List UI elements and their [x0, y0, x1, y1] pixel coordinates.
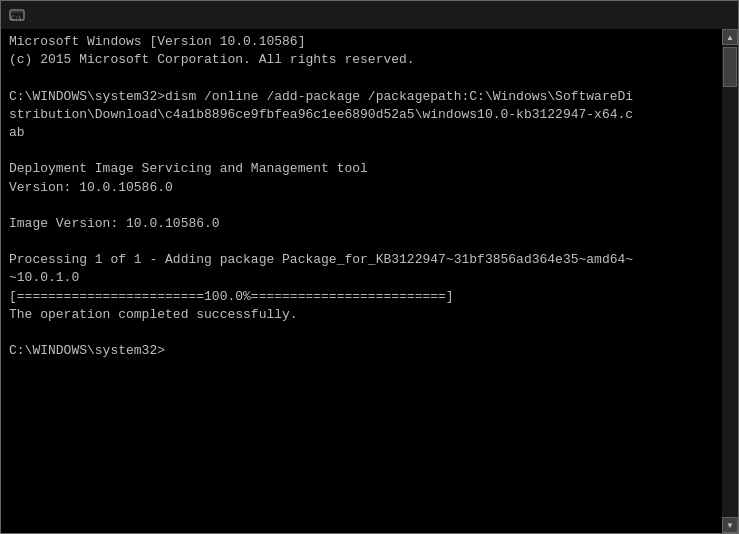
scroll-down-button[interactable]: ▼ — [722, 517, 738, 533]
console-output[interactable]: Microsoft Windows [Version 10.0.10586] (… — [1, 29, 722, 533]
window-icon: C:\ — [9, 7, 25, 23]
svg-text:C:\: C:\ — [11, 14, 22, 21]
title-bar-controls — [592, 1, 730, 29]
svg-rect-1 — [11, 11, 23, 13]
scrollbar[interactable]: ▲ ▼ — [722, 29, 738, 533]
console-area: Microsoft Windows [Version 10.0.10586] (… — [1, 29, 738, 533]
maximize-button[interactable] — [638, 1, 684, 29]
scrollbar-thumb[interactable] — [723, 47, 737, 87]
title-bar: C:\ — [1, 1, 738, 29]
scroll-up-button[interactable]: ▲ — [722, 29, 738, 45]
close-button[interactable] — [684, 1, 730, 29]
scrollbar-track[interactable] — [722, 45, 738, 517]
minimize-button[interactable] — [592, 1, 638, 29]
cmd-window: C:\ Microsoft Windows [Version 10.0.1058… — [0, 0, 739, 534]
